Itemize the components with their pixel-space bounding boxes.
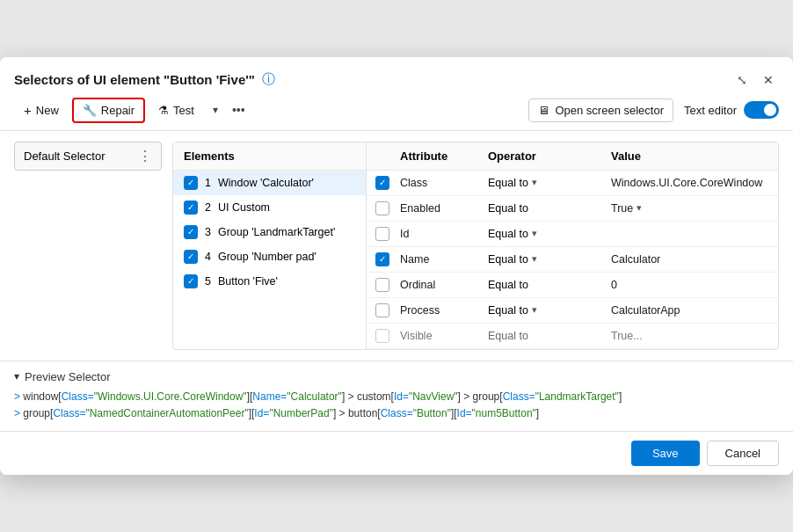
attr-name: Ordinal: [400, 279, 488, 291]
operator-cell: Equal to ▾: [488, 253, 611, 266]
repair-button[interactable]: 🔧 Repair: [72, 98, 145, 123]
info-icon[interactable]: ⓘ: [262, 71, 275, 88]
attr-row: Process Equal to ▾ CalculatorApp: [367, 298, 778, 324]
attr-name: Id: [400, 228, 488, 240]
text-editor-toggle: Text editor: [684, 101, 779, 119]
element-checkbox[interactable]: ✓: [184, 250, 198, 264]
preview-section: ▾ Preview Selector > window[Class="Windo…: [0, 361, 793, 431]
check-icon: ✓: [379, 178, 386, 187]
test-label: Test: [173, 104, 194, 117]
chevron-down-icon[interactable]: ▾: [532, 304, 537, 316]
plus-icon: +: [24, 103, 32, 118]
element-row[interactable]: ✓ 4 Group 'Number pad': [173, 244, 366, 269]
operator-value: Equal to: [488, 279, 528, 291]
attr-value: True...: [611, 330, 643, 342]
value-cell: 0: [611, 279, 769, 291]
attr-checkbox[interactable]: [375, 201, 389, 215]
element-label: Group 'LandmarkTarget': [218, 226, 335, 238]
attributes-section: Attribute Operator Value ✓ Class Equal t…: [367, 142, 778, 349]
preview-code: > window[Class="Windows.UI.Core.CoreWind…: [14, 389, 779, 422]
elements-section: Elements ✓ 1 Window 'Calculator' ✓ 2 UI …: [173, 142, 778, 349]
operator-value: Equal to: [488, 202, 528, 215]
restore-button[interactable]: ⤡: [731, 69, 753, 91]
operator-cell: Equal to: [488, 279, 611, 291]
chevron-down-button[interactable]: ▾: [207, 100, 223, 120]
cancel-button[interactable]: Cancel: [707, 441, 779, 466]
col-attribute: Attribute: [400, 149, 488, 163]
attr-value: Calculator: [611, 253, 660, 266]
toolbar-right: 🖥 Open screen selector Text editor: [528, 98, 779, 122]
kebab-icon[interactable]: ⋮: [138, 148, 152, 164]
element-row[interactable]: ✓ 2 UI Custom: [173, 195, 366, 220]
element-label: Button 'Five': [218, 275, 278, 288]
repair-label: Repair: [101, 104, 135, 117]
left-panel: Default Selector ⋮: [14, 142, 172, 350]
text-editor-switch[interactable]: [744, 101, 779, 119]
operator-value: Equal to: [488, 330, 528, 342]
element-checkbox[interactable]: ✓: [184, 274, 198, 288]
more-options-button[interactable]: •••: [227, 99, 251, 120]
col-operator: Operator: [488, 149, 611, 163]
element-row[interactable]: ✓ 3 Group 'LandmarkTarget': [173, 220, 366, 244]
attr-checkbox[interactable]: [375, 278, 389, 292]
operator-cell: Equal to: [488, 202, 611, 215]
element-checkbox[interactable]: ✓: [184, 200, 198, 215]
open-screen-label: Open screen selector: [555, 104, 664, 117]
element-number: 4: [205, 251, 211, 263]
element-checkbox[interactable]: ✓: [184, 225, 198, 239]
test-button[interactable]: ⚗ Test: [149, 98, 204, 122]
toolbar: + New 🔧 Repair ⚗ Test ▾ ••• 🖥 Open scree…: [0, 91, 793, 131]
check-icon: ✓: [187, 202, 194, 212]
text-editor-label: Text editor: [684, 104, 737, 117]
check-icon: ✓: [187, 227, 194, 237]
new-button[interactable]: + New: [14, 98, 69, 123]
main-content: Default Selector ⋮ Elements ✓ 1 Window '…: [0, 131, 793, 361]
preview-line-2: > group[Class="NamedContainerAutomationP…: [14, 405, 779, 422]
attr-checkbox[interactable]: ✓: [375, 252, 389, 266]
attr-checkbox[interactable]: ✓: [375, 176, 389, 190]
element-row[interactable]: ✓ 1 Window 'Calculator': [173, 171, 366, 195]
close-button[interactable]: ✕: [758, 69, 779, 91]
value-cell: Windows.UI.Core.CoreWindow: [611, 177, 769, 189]
operator-cell: Equal to ▾: [488, 177, 611, 189]
attr-row: ✓ Class Equal to ▾ Windows.UI.Core.CoreW…: [367, 171, 778, 196]
attr-row: Visible Equal to True...: [367, 324, 778, 349]
operator-cell: Equal to: [488, 330, 611, 342]
attr-rows: ✓ Class Equal to ▾ Windows.UI.Core.CoreW…: [367, 171, 778, 349]
element-number: 2: [205, 201, 211, 214]
check-icon: ✓: [187, 178, 194, 187]
title-bar: Selectors of UI element "Button 'Five'" …: [0, 57, 793, 91]
restore-icon: ⤡: [737, 73, 747, 87]
attr-value: True: [611, 202, 633, 215]
chevron-down-icon: ▾: [213, 104, 218, 116]
chevron-down-icon[interactable]: ▾: [637, 202, 642, 214]
chevron-down-icon[interactable]: ▾: [532, 228, 537, 239]
operator-cell: Equal to ▾: [488, 228, 611, 240]
chevron-down-icon[interactable]: ▾: [532, 253, 537, 265]
new-label: New: [36, 104, 59, 117]
element-checkbox[interactable]: ✓: [184, 176, 198, 190]
save-button[interactable]: Save: [631, 441, 700, 466]
elements-header: Elements: [173, 142, 366, 171]
open-screen-button[interactable]: 🖥 Open screen selector: [528, 98, 673, 122]
attr-row: Enabled Equal to True ▾: [367, 196, 778, 222]
element-number: 5: [205, 275, 211, 288]
close-icon: ✕: [763, 73, 774, 87]
dialog: Selectors of UI element "Button 'Five'" …: [0, 57, 793, 475]
attr-row: Ordinal Equal to 0: [367, 273, 778, 298]
value-cell: Calculator: [611, 253, 769, 266]
operator-value: Equal to: [488, 177, 528, 189]
right-panel: Elements ✓ 1 Window 'Calculator' ✓ 2 UI …: [172, 142, 779, 350]
attr-checkbox[interactable]: [375, 227, 389, 241]
preview-header[interactable]: ▾ Preview Selector: [14, 370, 779, 383]
element-row[interactable]: ✓ 5 Button 'Five': [173, 269, 366, 294]
chevron-down-icon[interactable]: ▾: [532, 177, 537, 188]
attr-row: Id Equal to ▾: [367, 222, 778, 247]
attr-name: Enabled: [400, 202, 488, 215]
attr-checkbox[interactable]: [375, 303, 389, 317]
value-cell: True...: [611, 330, 769, 342]
default-selector-item[interactable]: Default Selector ⋮: [14, 142, 162, 171]
element-label: Window 'Calculator': [218, 177, 314, 189]
attr-checkbox[interactable]: [375, 329, 389, 343]
ellipsis-icon: •••: [232, 103, 245, 117]
